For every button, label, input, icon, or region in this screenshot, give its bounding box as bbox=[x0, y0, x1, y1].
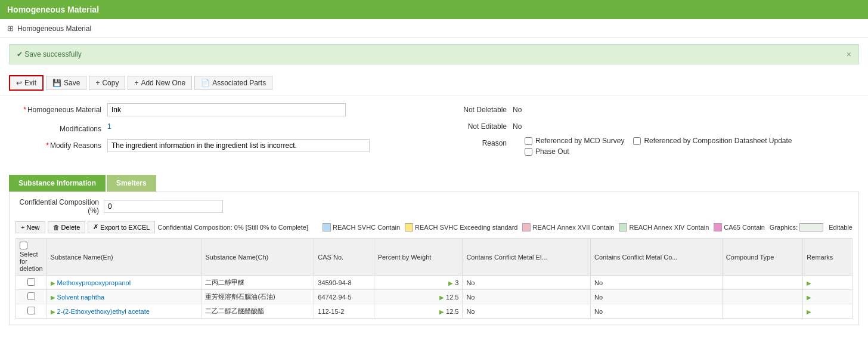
remarks-arrow-2: ▶ bbox=[807, 308, 811, 315]
row-substance-ch-1: 重芳烴溶劑石腦油(石油) bbox=[202, 290, 314, 304]
add-new-one-button[interactable]: + Add New One bbox=[128, 76, 192, 90]
th-compound-type: Compound Type bbox=[722, 239, 803, 276]
row-substance-en-2: ▶ 2-(2-Ethoxyethoxy)ethyl acetate bbox=[46, 304, 202, 319]
th-remarks: Remarks bbox=[803, 239, 852, 276]
select-all-checkbox[interactable] bbox=[20, 242, 27, 249]
row-cas-no-1: 64742-94-5 bbox=[314, 290, 374, 304]
row-remarks-1: ▶ bbox=[803, 290, 852, 304]
checkmark-icon: ✔ bbox=[17, 50, 23, 58]
reason-phase-out-checkbox[interactable] bbox=[525, 148, 532, 156]
row-conflict-el-0: No bbox=[463, 276, 591, 290]
reason-mcd-survey-checkbox[interactable] bbox=[525, 137, 532, 145]
modifications-link[interactable]: 1 bbox=[107, 122, 111, 131]
row-substance-ch-2: 二乙二醇乙醚醋酸酯 bbox=[202, 304, 314, 319]
export-excel-button[interactable]: ✗ Export to EXCEL bbox=[88, 221, 155, 233]
th-select: Select for deletion bbox=[16, 239, 47, 276]
conf-comp-input[interactable] bbox=[104, 200, 223, 213]
add-icon: + bbox=[134, 79, 138, 87]
conf-comp-label: Confidential Composition (%) bbox=[16, 198, 99, 215]
row-checkbox-0[interactable] bbox=[27, 278, 35, 286]
legend-graphics: Graphics: bbox=[770, 223, 823, 231]
save-button[interactable]: 💾 Save bbox=[46, 76, 86, 90]
breadcrumb-text: Homogeneous Material bbox=[17, 24, 91, 33]
legend-label-reach-annex-xvii: REACH Annex XVII Contain bbox=[532, 224, 614, 231]
row-percent-0: ▶ 3 bbox=[374, 276, 463, 290]
legend-area: REACH SVHC Contain REACH SVHC Exceeding … bbox=[323, 223, 823, 231]
breadcrumb: ⊞ Homogeneous Material bbox=[0, 19, 868, 38]
delete-substance-button[interactable]: 🗑 Delete bbox=[48, 221, 86, 233]
arrow-icon-1: ▶ bbox=[51, 294, 55, 301]
close-banner-button[interactable]: × bbox=[847, 50, 851, 59]
modifications-label: Modifications bbox=[12, 122, 107, 133]
legend-label-reach-svhc-exceed: REACH SVHC Exceeding standard bbox=[415, 224, 517, 231]
editable-label: Editable bbox=[829, 224, 852, 231]
row-remarks-2: ▶ bbox=[803, 304, 852, 319]
substance-section: Confidential Composition (%) + New 🗑 Del… bbox=[9, 192, 859, 325]
modify-reasons-label: Modify Reasons bbox=[12, 139, 107, 150]
tab-smelters[interactable]: Smelters bbox=[107, 175, 156, 192]
reason-composition-datasheet-checkbox[interactable] bbox=[633, 137, 641, 145]
row-cas-no-0: 34590-94-8 bbox=[314, 276, 374, 290]
row-cas-no-2: 112-15-2 bbox=[314, 304, 374, 319]
associated-parts-button[interactable]: 📄 Associated Parts bbox=[194, 76, 272, 90]
row-checkbox-2[interactable] bbox=[27, 307, 35, 314]
grid-icon: ⊞ bbox=[7, 24, 14, 33]
row-select-cell bbox=[16, 304, 47, 319]
app-title: Homogeneous Material bbox=[7, 5, 99, 14]
not-deletable-value: No bbox=[513, 103, 522, 114]
legend-color-reach-annex-xvii bbox=[522, 223, 531, 231]
copy-icon: + bbox=[95, 79, 100, 87]
new-substance-button[interactable]: + New bbox=[16, 221, 45, 233]
substance-en-link-0[interactable]: Methoxypropoxypropanol bbox=[57, 279, 131, 286]
th-conflict-el: Contains Conflict Metal El... bbox=[463, 239, 591, 276]
success-text: Save successfully bbox=[24, 50, 81, 58]
delete-icon: 🗑 bbox=[53, 224, 60, 231]
row-select-cell bbox=[16, 290, 47, 304]
row-conflict-co-1: No bbox=[591, 290, 723, 304]
row-conflict-co-2: No bbox=[591, 304, 723, 319]
tab-bar: Substance Information Smelters bbox=[9, 175, 859, 192]
exit-button[interactable]: ↩ Exit bbox=[9, 75, 44, 91]
legend-color-reach-svhc-exceed bbox=[405, 223, 413, 231]
arrow-icon-0: ▶ bbox=[51, 280, 55, 286]
row-checkbox-1[interactable] bbox=[27, 292, 35, 300]
th-substance-en: Substance Name(En) bbox=[46, 239, 202, 276]
legend-label-ca65: CA65 Contain bbox=[724, 224, 765, 231]
legend-color-reach-annex-xiv bbox=[619, 223, 627, 231]
th-substance-ch: Substance Name(Ch) bbox=[202, 239, 314, 276]
substance-en-link-1[interactable]: Solvent naphtha bbox=[57, 294, 105, 301]
row-compound-type-1 bbox=[722, 290, 803, 304]
hom-material-label: Homogeneous Material bbox=[12, 103, 107, 114]
substance-en-link-2[interactable]: 2-(2-Ethoxyethoxy)ethyl acetate bbox=[57, 308, 150, 315]
exit-icon: ↩ bbox=[16, 79, 22, 87]
legend-reach-annex-xiv: REACH Annex XIV Contain bbox=[619, 223, 709, 231]
remarks-arrow-1: ▶ bbox=[807, 294, 811, 301]
row-conflict-co-0: No bbox=[591, 276, 723, 290]
substance-table: Select for deletion Substance Name(En) S… bbox=[16, 238, 852, 319]
row-compound-type-0 bbox=[722, 276, 803, 290]
form-section: Homogeneous Material Modifications 1 Mod… bbox=[0, 96, 868, 169]
reason-options: Referenced by MCD Survey Referenced by C… bbox=[525, 137, 792, 156]
substance-table-body: ▶ Methoxypropoxypropanol 二丙二醇甲醚 34590-94… bbox=[16, 276, 852, 319]
not-deletable-label: Not Deletable bbox=[441, 103, 513, 114]
modify-reasons-input[interactable] bbox=[107, 139, 370, 152]
row-conflict-el-2: No bbox=[463, 304, 591, 319]
save-icon: 💾 bbox=[52, 79, 61, 87]
hom-material-input[interactable] bbox=[107, 103, 346, 116]
legend-reach-annex-xvii: REACH Annex XVII Contain bbox=[522, 223, 614, 231]
row-substance-ch-0: 二丙二醇甲醚 bbox=[202, 276, 314, 290]
title-bar: Homogeneous Material bbox=[0, 0, 868, 19]
tab-substance-information[interactable]: Substance Information bbox=[9, 175, 106, 192]
reason-composition-datasheet-label: Referenced by Composition Datasheet Upda… bbox=[644, 137, 792, 145]
copy-button[interactable]: + Copy bbox=[89, 76, 125, 90]
row-select-cell bbox=[16, 276, 47, 290]
percent-arrow-icon-1: ▶ bbox=[439, 294, 444, 301]
reason-phase-out-label: Phase Out bbox=[535, 147, 569, 156]
excel-icon: ✗ bbox=[93, 223, 98, 231]
row-substance-en-1: ▶ Solvent naphtha bbox=[46, 290, 202, 304]
reason-mcd-survey-label: Referenced by MCD Survey bbox=[535, 137, 624, 145]
row-compound-type-2 bbox=[722, 304, 803, 319]
table-row: ▶ Solvent naphtha 重芳烴溶劑石腦油(石油) 64742-94-… bbox=[16, 290, 852, 304]
legend-color-ca65 bbox=[714, 223, 722, 231]
remarks-arrow-0: ▶ bbox=[807, 280, 811, 286]
